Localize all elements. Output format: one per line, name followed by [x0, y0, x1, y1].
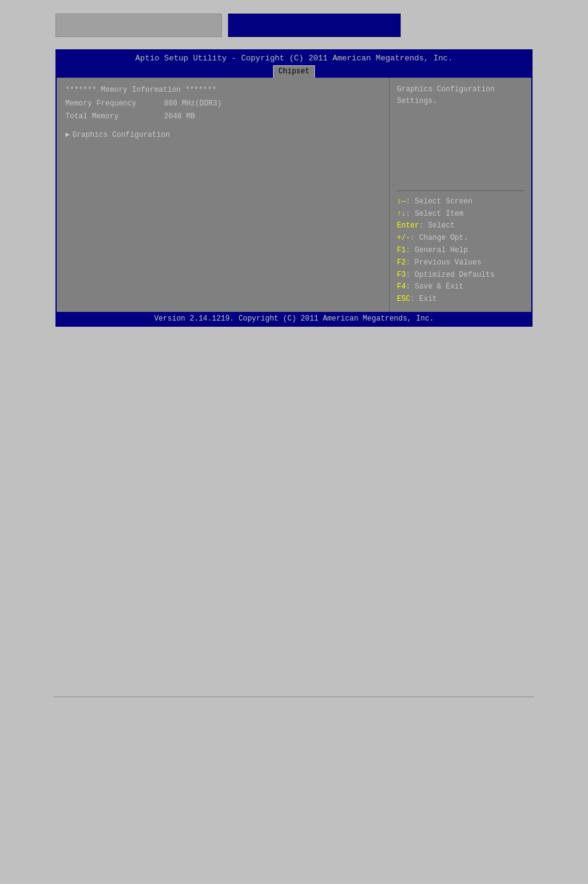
bios-title: Aptio Setup Utility - Copyright (C) 2011…: [136, 54, 453, 63]
memory-frequency-label: Memory Frequency: [65, 97, 164, 110]
memory-frequency-row: Memory Frequency 800 MHz(DDR3): [65, 97, 380, 110]
page-bottom-divider: [54, 697, 534, 697]
top-bar-left: [55, 14, 222, 37]
bios-right-panel: Graphics ConfigurationSettings. ↕↔: Sele…: [390, 78, 531, 312]
memory-header: ******* Memory Information *******: [65, 84, 380, 96]
graphics-config-item[interactable]: ► Graphics Configuration: [65, 129, 380, 141]
key-f3: F3: Optimized Defaults: [397, 269, 524, 282]
right-panel-divider: [397, 190, 524, 191]
key-f3-label: F3: [397, 271, 406, 279]
key-f4: F4: Save & Exit: [397, 281, 524, 293]
bios-right-description: Graphics ConfigurationSettings.: [397, 84, 524, 186]
total-memory-value: 2048 MB: [164, 110, 195, 123]
bios-main-content: ******* Memory Information ******* Memor…: [57, 78, 531, 312]
key-change-opt: +/-: Change Opt.: [397, 232, 524, 245]
key-f2-label: F2: [397, 258, 406, 267]
key-enter-label: Enter: [397, 221, 419, 230]
bios-container: Aptio Setup Utility - Copyright (C) 2011…: [55, 49, 533, 327]
key-f4-label: F4: [397, 282, 406, 291]
key-esc: ESC: Exit: [397, 293, 524, 306]
key-f1: F1: General Help: [397, 245, 524, 257]
key-enter: Enter: Select: [397, 220, 524, 232]
total-memory-label: Total Memory: [65, 110, 164, 123]
key-esc-label: ESC: [397, 295, 410, 303]
key-f2: F2: Previous Values: [397, 257, 524, 269]
key-plusminus-label: +/-: [397, 234, 410, 242]
bios-footer-text: Version 2.14.1219. Copyright (C) 2011 Am…: [154, 314, 434, 323]
key-f1-label: F1: [397, 246, 406, 255]
top-bar-right: [228, 14, 401, 37]
total-memory-row: Total Memory 2048 MB: [65, 110, 380, 123]
arrow-right-icon: ►: [65, 129, 70, 141]
key-lr-icon: ↕↔: [397, 197, 406, 206]
key-select-screen: ↕↔: Select Screen: [397, 196, 524, 208]
key-select-item: ↑↓: Select Item: [397, 208, 524, 221]
bios-tab-chipset[interactable]: Chipset: [273, 65, 315, 78]
bios-left-panel: ******* Memory Information ******* Memor…: [57, 78, 390, 312]
bios-keybindings: ↕↔: Select Screen ↑↓: Select Item Enter:…: [397, 196, 524, 306]
bios-title-bar: Aptio Setup Utility - Copyright (C) 2011…: [57, 51, 531, 78]
graphics-config-label: Graphics Configuration: [72, 129, 169, 141]
bios-footer: Version 2.14.1219. Copyright (C) 2011 Am…: [57, 312, 531, 325]
description-text: Graphics ConfigurationSettings.: [397, 85, 494, 105]
memory-frequency-value: 800 MHz(DDR3): [164, 97, 222, 110]
top-bar: [0, 0, 588, 37]
key-ud-icon: ↑↓: [397, 210, 406, 218]
